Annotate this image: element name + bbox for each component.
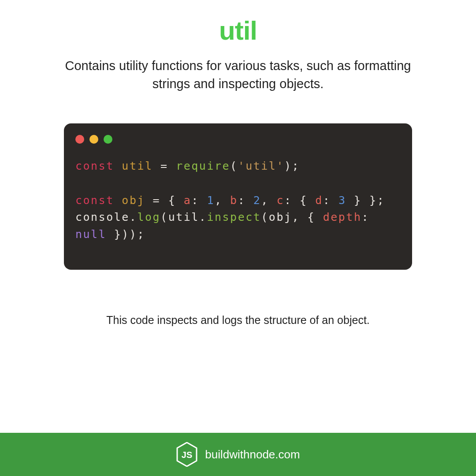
code-token: , (261, 194, 276, 207)
code-token: null (75, 228, 106, 241)
code-token: ); (284, 160, 300, 172)
code-token: c (276, 194, 284, 207)
code-token: 'util' (238, 160, 284, 172)
code-window: const util = require('util'); const obj … (64, 123, 412, 270)
maximize-icon (104, 135, 112, 144)
code-token: const (75, 194, 114, 207)
footer-site: buildwithnode.com (205, 448, 300, 461)
caption: This code inspects and logs the structur… (0, 314, 476, 327)
code-token: d (315, 194, 323, 207)
code-token: require (176, 160, 230, 172)
window-controls (75, 135, 401, 144)
code-token: : (323, 194, 338, 207)
code-token: : { (284, 194, 315, 207)
code-token: = (153, 160, 176, 172)
code-token: console (75, 211, 130, 223)
code-token: : (361, 211, 377, 223)
footer: JS buildwithnode.com (0, 433, 476, 476)
code-token: , (215, 194, 230, 207)
code-token: : (191, 194, 207, 207)
code-token: })); (106, 228, 145, 241)
code-token: inspect (207, 211, 261, 223)
code-token: ( (160, 211, 168, 223)
code-token: 2 (253, 194, 261, 207)
code-token (114, 194, 122, 207)
code-token: : (238, 194, 253, 207)
code-token: util (122, 160, 152, 172)
code-token: } }; (346, 194, 385, 207)
code-token: 3 (338, 194, 346, 207)
page-title: util (0, 0, 476, 46)
close-icon (75, 135, 84, 144)
code-token: . (199, 211, 207, 223)
nodejs-icon: JS (176, 442, 198, 467)
code-token: . (130, 211, 138, 223)
code-token: 1 (207, 194, 215, 207)
svg-text:JS: JS (182, 450, 192, 460)
subtitle: Contains utility functions for various t… (0, 46, 476, 93)
code-token: obj (269, 211, 292, 223)
code-token: , { (292, 211, 323, 223)
code-token: ( (230, 160, 238, 172)
code-token: b (230, 194, 238, 207)
code-token: const (75, 160, 114, 172)
code-token: depth (323, 211, 362, 223)
code-token: obj (122, 194, 145, 207)
code-token (114, 160, 122, 172)
code-token: util (168, 211, 199, 223)
code-token: a (184, 194, 192, 207)
code-token: ( (261, 211, 269, 223)
minimize-icon (89, 135, 98, 144)
code-block: const util = require('util'); const obj … (75, 158, 401, 243)
code-token: = { (145, 194, 184, 207)
code-token: log (137, 211, 160, 223)
